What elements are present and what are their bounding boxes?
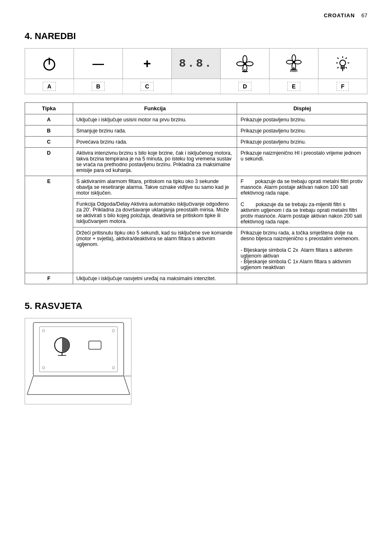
table-row-A: A Uključuje i isključuje usisni motor na… — [25, 114, 367, 125]
col-header-tipka: Tipka — [25, 103, 73, 114]
table-row-E3: Držeći pritisnutu tipku oko 5 sekundi, k… — [25, 227, 367, 273]
svg-point-11 — [295, 60, 301, 64]
button-F-cell — [318, 49, 367, 79]
svg-point-35 — [42, 367, 45, 369]
language-label: CROATIAN — [324, 12, 355, 19]
disp-B: Prikazuje postavljenu brzinu. — [237, 125, 367, 137]
func-D: Aktivira intenzivnu brzinu s bilo koje b… — [73, 148, 237, 176]
func-E3: Držeći pritisnutu tipku oko 5 sekundi, k… — [73, 227, 237, 273]
svg-line-21 — [337, 58, 339, 59]
svg-line-23 — [337, 67, 339, 68]
fan-min-icon — [286, 54, 302, 70]
key-C: C — [25, 137, 73, 148]
label-C: C — [123, 79, 172, 94]
button-C-cell: + — [123, 49, 172, 79]
svg-line-38 — [27, 376, 33, 395]
svg-point-34 — [112, 330, 115, 332]
svg-point-4 — [246, 62, 253, 66]
table-row-C: C Povećava brzinu rada. Prikazuje postav… — [25, 137, 367, 148]
display-digits: 8.8. — [179, 57, 213, 70]
fan-icon — [236, 55, 254, 72]
table-row-E1: E S aktiviranim alarmom filtara, pritisk… — [25, 176, 367, 199]
control-labels-row: A B C D E F — [25, 79, 367, 94]
minus-symbol: — — [92, 57, 104, 70]
key-F: F — [25, 273, 73, 284]
command-table: Tipka Funkcija Displej A Uključuje i isk… — [25, 102, 367, 284]
func-F: Uključuje i isključuje rasvjetni uređaj … — [73, 273, 237, 284]
button-B-cell: — — [74, 49, 123, 79]
disp-F — [237, 273, 367, 284]
func-B: Smanjuje brzinu rada. — [73, 125, 237, 137]
button-A-cell — [25, 49, 74, 79]
svg-rect-27 — [33, 323, 124, 376]
label-B: B — [74, 79, 123, 94]
func-A: Uključuje i isključuje usisni motor na p… — [73, 114, 237, 125]
table-row-F: F Uključuje i isključuje rasvjetni uređa… — [25, 273, 367, 284]
svg-point-13 — [286, 60, 293, 64]
func-E1: S aktiviranim alarmom filtara, pritiskom… — [73, 176, 237, 199]
label-display — [172, 79, 221, 94]
display-cell: 8.8. — [172, 49, 221, 79]
disp-C: Prikazuje postavljenu brzinu. — [237, 137, 367, 148]
col-header-funkcija: Funkcija — [73, 103, 237, 114]
hood-illustration — [25, 318, 131, 404]
svg-point-10 — [292, 55, 295, 61]
svg-line-39 — [124, 376, 130, 395]
svg-rect-28 — [39, 327, 118, 372]
label-A: A — [25, 79, 74, 94]
control-panel-diagram: — + 8.8. — [25, 48, 367, 94]
key-A: A — [25, 114, 73, 125]
svg-point-16 — [340, 60, 346, 66]
section5: 5. RASVJETA — [25, 301, 367, 404]
button-D-cell — [221, 49, 270, 79]
section4: 4. NAREDBI — + 8.8. — [25, 31, 367, 284]
svg-point-6 — [237, 62, 244, 66]
key-D: D — [25, 148, 73, 176]
key-B: B — [25, 125, 73, 137]
button-E-cell: min — [270, 49, 318, 79]
power-icon — [41, 56, 58, 72]
svg-rect-32 — [89, 341, 101, 349]
svg-point-33 — [42, 330, 45, 332]
label-E: E — [270, 79, 318, 94]
svg-line-24 — [346, 67, 347, 68]
table-row-B: B Smanjuje brzinu rada. Prikazuje postav… — [25, 125, 367, 137]
disp-D: Prikazuje naizmjenično HI i preostalo vr… — [237, 148, 367, 176]
label-F: F — [318, 79, 367, 94]
label-D: D — [221, 79, 270, 94]
control-icons-row: — + 8.8. — [25, 49, 367, 79]
section5-illustration — [25, 318, 131, 404]
svg-point-3 — [243, 56, 247, 63]
func-E2: Funkcija Odgoda/Delay Aktivira automatsk… — [73, 199, 237, 227]
col-header-displej: Displej — [237, 103, 367, 114]
svg-line-22 — [346, 58, 347, 59]
section4-title: 4. NAREDBI — [25, 31, 367, 42]
svg-point-36 — [112, 367, 115, 369]
disp-E3: Prikazuje brzinu rada, a točka smještena… — [237, 227, 367, 273]
plus-symbol: + — [143, 56, 151, 71]
disp-A: Prikazuje postavljenu brzinu. — [237, 114, 367, 125]
section5-title: 5. RASVJETA — [25, 301, 367, 311]
page-header: CROATIAN 67 — [25, 12, 367, 19]
table-row-D: D Aktivira intenzivnu brzinu s bilo koje… — [25, 148, 367, 176]
light-icon — [334, 56, 351, 72]
disp-E1: F pokazuje da se trebaju oprati metalni … — [237, 176, 367, 227]
page-number: 67 — [362, 12, 367, 19]
func-C: Povećava brzinu rada. — [73, 137, 237, 148]
key-E: E — [25, 176, 73, 273]
